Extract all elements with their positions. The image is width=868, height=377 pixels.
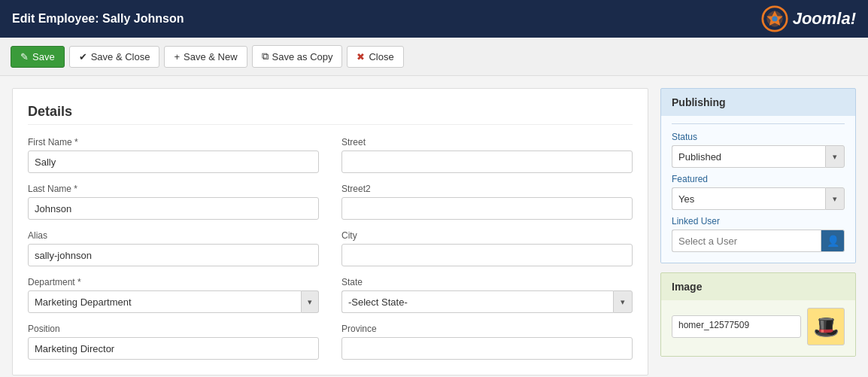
last-name-group: Last Name * xyxy=(28,184,319,220)
close-label: Close xyxy=(369,51,393,62)
featured-select-wrap: Yes ▾ xyxy=(672,187,845,210)
publishing-panel: Publishing Status Published ▾ Featured Y… xyxy=(660,88,856,263)
position-label: Position xyxy=(28,324,319,334)
state-label: State xyxy=(341,277,633,287)
province-label: Province xyxy=(341,324,633,334)
street-group: Street xyxy=(341,137,633,173)
image-thumbnail: 🎩 xyxy=(807,308,845,345)
department-input[interactable] xyxy=(28,290,302,313)
state-select-wrap: -Select State- ▾ xyxy=(341,290,633,313)
publishing-panel-title: Publishing xyxy=(661,89,855,116)
alias-label: Alias xyxy=(28,230,319,241)
last-name-label: Last Name * xyxy=(28,184,319,194)
state-group: State -Select State- ▾ xyxy=(341,277,633,313)
city-group: City xyxy=(341,230,633,266)
image-thumb-emoji: 🎩 xyxy=(813,315,839,339)
first-name-group: First Name * xyxy=(28,137,319,173)
save-button[interactable]: ✎ Save xyxy=(11,46,65,68)
panel-divider xyxy=(672,123,845,124)
state-dropdown-btn[interactable]: ▾ xyxy=(613,290,633,313)
position-group: Position xyxy=(28,324,319,360)
featured-select[interactable]: Yes xyxy=(672,187,825,210)
department-label: Department * xyxy=(28,277,319,287)
select-user-button[interactable]: 👤 xyxy=(821,230,845,252)
save-copy-label: Save as Copy xyxy=(272,51,333,62)
image-filename: homer_12577509 xyxy=(672,315,801,338)
svg-point-1 xyxy=(772,16,777,21)
linked-user-wrap: 👤 xyxy=(672,230,845,252)
close-button[interactable]: ✖ Close xyxy=(347,46,403,68)
image-panel: Image homer_12577509 🎩 xyxy=(660,272,856,357)
check-icon: ✔ xyxy=(79,51,87,62)
toolbar: ✎ Save ✔ Save & Close + Save & New ⧉ Sav… xyxy=(0,38,868,76)
save-close-label: Save & Close xyxy=(91,51,150,62)
image-panel-title: Image xyxy=(661,273,855,300)
sidebar: Publishing Status Published ▾ Featured Y… xyxy=(660,88,856,357)
save-label: Save xyxy=(32,51,55,62)
save-new-button[interactable]: + Save & New xyxy=(164,46,247,68)
save-icon: ✎ xyxy=(20,51,29,62)
save-new-label: Save & New xyxy=(184,51,238,62)
main-content: Details First Name * Street Last Name * … xyxy=(0,76,868,377)
province-group: Province xyxy=(341,324,633,360)
featured-field-label: Featured xyxy=(672,174,845,184)
page-title: Edit Employee: Sally Johnson xyxy=(12,12,184,26)
form-grid: First Name * Street Last Name * Street2 … xyxy=(28,137,633,360)
close-x-icon: ✖ xyxy=(357,51,365,62)
alias-group: Alias xyxy=(28,230,319,266)
department-select-wrap: ▾ xyxy=(28,290,319,313)
header: Edit Employee: Sally Johnson Joomla! xyxy=(0,0,868,38)
state-select[interactable]: -Select State- xyxy=(341,290,613,313)
status-select-wrap: Published ▾ xyxy=(672,145,845,168)
street2-label: Street2 xyxy=(341,184,633,194)
save-copy-button[interactable]: ⧉ Save as Copy xyxy=(252,45,343,68)
department-dropdown-btn[interactable]: ▾ xyxy=(302,290,319,313)
image-panel-body: homer_12577509 🎩 xyxy=(661,300,855,356)
first-name-label: First Name * xyxy=(28,137,319,147)
copy-icon: ⧉ xyxy=(262,50,269,62)
last-name-input[interactable] xyxy=(28,197,319,220)
joomla-text: Joomla! xyxy=(793,9,856,29)
joomla-logo-icon xyxy=(761,5,788,32)
joomla-logo: Joomla! xyxy=(761,5,856,32)
image-preview-row: homer_12577509 🎩 xyxy=(672,308,845,345)
status-select[interactable]: Published xyxy=(672,145,825,168)
city-label: City xyxy=(341,230,633,241)
first-name-input[interactable] xyxy=(28,150,319,173)
publishing-panel-body: Status Published ▾ Featured Yes ▾ Linked… xyxy=(661,116,855,263)
section-title: Details xyxy=(28,104,633,125)
status-field-label: Status xyxy=(672,132,845,142)
status-dropdown-btn[interactable]: ▾ xyxy=(825,145,845,168)
featured-dropdown-btn[interactable]: ▾ xyxy=(825,187,845,210)
province-input[interactable] xyxy=(341,337,633,360)
street2-group: Street2 xyxy=(341,184,633,220)
city-input[interactable] xyxy=(341,244,633,266)
linked-user-input[interactable] xyxy=(672,230,821,252)
street-input[interactable] xyxy=(341,150,633,173)
user-icon: 👤 xyxy=(827,235,839,247)
save-close-button[interactable]: ✔ Save & Close xyxy=(69,46,160,68)
department-group: Department * ▾ xyxy=(28,277,319,313)
plus-icon: + xyxy=(174,51,180,62)
form-section: Details First Name * Street Last Name * … xyxy=(12,88,648,375)
linked-user-field-label: Linked User xyxy=(672,216,845,227)
street2-input[interactable] xyxy=(341,197,633,220)
position-input[interactable] xyxy=(28,337,319,360)
street-label: Street xyxy=(341,137,633,147)
alias-input[interactable] xyxy=(28,244,319,266)
